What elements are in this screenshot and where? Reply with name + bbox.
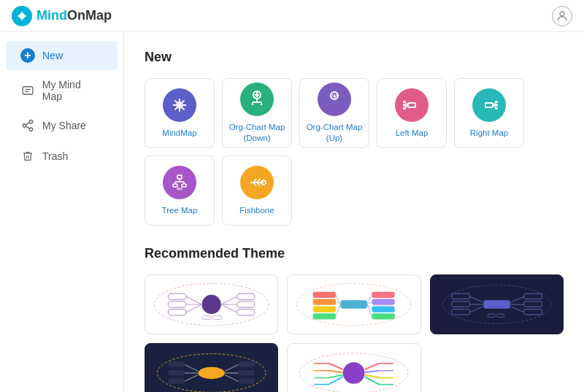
tree-map-icon <box>163 166 196 199</box>
svg-point-115 <box>199 367 225 379</box>
left-map-card[interactable]: Left Map <box>377 78 447 148</box>
new-icon: + <box>20 48 35 63</box>
svg-rect-121 <box>168 378 184 383</box>
org-chart-up-card[interactable]: Ψ Org-Chart Map (Up) <box>299 78 369 148</box>
svg-line-11 <box>26 123 29 125</box>
app-layout: + New My Mind Map <box>0 32 584 392</box>
tree-map-card[interactable]: Tree Map <box>145 155 215 226</box>
logo-text: MindOnMap <box>36 8 112 23</box>
theme-card-4[interactable] <box>145 343 278 392</box>
maps-grid: MindMap <box>145 78 564 226</box>
right-map-card[interactable]: Right Map <box>454 78 524 148</box>
svg-point-8 <box>23 124 26 128</box>
svg-rect-52 <box>182 184 186 187</box>
svg-line-18 <box>182 107 185 109</box>
svg-rect-46 <box>177 175 182 179</box>
svg-rect-51 <box>173 184 177 187</box>
svg-rect-45 <box>495 107 498 109</box>
org-chart-up-label: Org-Chart Map (Up) <box>300 122 369 144</box>
sidebar-item-new-label: New <box>42 50 63 61</box>
org-chart-up-icon: Ψ <box>318 82 351 116</box>
svg-rect-91 <box>372 313 395 319</box>
left-map-icon <box>395 88 429 122</box>
new-section-title: New <box>145 50 564 65</box>
svg-line-10 <box>26 126 29 128</box>
svg-text:Ψ: Ψ <box>332 93 337 100</box>
svg-point-9 <box>29 128 33 131</box>
new-section: New <box>145 50 564 226</box>
right-map-label: Right Map <box>470 128 508 139</box>
trash-icon <box>20 149 35 164</box>
svg-rect-90 <box>372 306 395 312</box>
sidebar-item-trash[interactable]: Trash <box>6 142 118 171</box>
svg-line-19 <box>182 100 185 102</box>
svg-rect-126 <box>239 370 255 375</box>
svg-line-20 <box>175 107 177 109</box>
theme-card-1[interactable] <box>145 274 278 334</box>
org-chart-down-card[interactable]: Org-Chart Map (Down) <box>222 78 292 148</box>
svg-rect-53 <box>177 188 182 191</box>
theme-card-3[interactable] <box>430 274 564 334</box>
svg-rect-82 <box>313 306 336 312</box>
svg-rect-120 <box>168 370 184 375</box>
left-map-label: Left Map <box>396 128 429 139</box>
recommended-theme-section: Recommended Theme <box>145 246 564 392</box>
logo-icon <box>12 6 32 26</box>
svg-rect-80 <box>313 292 336 298</box>
svg-rect-37 <box>403 104 406 106</box>
svg-point-62 <box>201 295 220 314</box>
svg-rect-4 <box>23 87 33 95</box>
mindmap-card[interactable]: MindMap <box>145 78 215 148</box>
svg-rect-89 <box>372 299 395 305</box>
sidebar-item-my-mind-map-label: My Mind Map <box>42 79 103 102</box>
svg-rect-98 <box>483 300 510 309</box>
tree-map-label: Tree Map <box>162 205 198 216</box>
svg-rect-88 <box>372 292 395 298</box>
org-chart-down-label: Org-Chart Map (Down) <box>229 122 285 144</box>
svg-rect-125 <box>239 361 255 366</box>
sidebar-item-trash-label: Trash <box>42 150 68 162</box>
mindmap-icon <box>163 88 196 122</box>
fishbone-label: Fishbone <box>239 205 274 216</box>
recommended-theme-title: Recommended Theme <box>145 246 564 261</box>
svg-rect-36 <box>403 101 406 103</box>
theme-card-5[interactable] <box>287 343 420 392</box>
svg-rect-83 <box>313 313 336 319</box>
svg-rect-44 <box>495 104 498 106</box>
svg-rect-38 <box>403 107 406 109</box>
mindmap-label: MindMap <box>162 128 196 139</box>
svg-point-3 <box>560 12 564 16</box>
theme-grid <box>145 274 564 392</box>
my-share-icon <box>20 118 35 133</box>
user-avatar-button[interactable] <box>552 6 572 26</box>
sidebar: + New My Mind Map <box>0 32 124 392</box>
logo: MindOnMap <box>12 6 112 26</box>
fishbone-card[interactable]: Fishbone <box>222 155 292 226</box>
svg-point-130 <box>343 362 365 384</box>
sidebar-item-my-mind-map[interactable]: My Mind Map <box>6 72 118 109</box>
right-map-icon <box>472 88 506 122</box>
svg-rect-32 <box>408 103 415 107</box>
svg-rect-127 <box>239 378 255 383</box>
theme-card-2[interactable] <box>287 274 420 334</box>
svg-rect-79 <box>341 300 367 309</box>
main-content: New <box>124 32 584 392</box>
header: MindOnMap <box>0 0 584 32</box>
sidebar-item-my-share-label: My Share <box>42 120 86 131</box>
svg-line-17 <box>175 100 177 102</box>
svg-rect-43 <box>495 101 498 103</box>
fishbone-icon <box>240 166 274 199</box>
sidebar-item-my-share[interactable]: My Share <box>6 111 118 140</box>
svg-rect-81 <box>313 299 336 305</box>
sidebar-item-new[interactable]: + New <box>6 41 118 70</box>
svg-point-7 <box>29 120 33 124</box>
svg-rect-39 <box>485 103 493 107</box>
my-mind-map-icon <box>20 83 35 98</box>
org-chart-down-icon <box>240 82 274 116</box>
svg-rect-119 <box>168 361 184 366</box>
